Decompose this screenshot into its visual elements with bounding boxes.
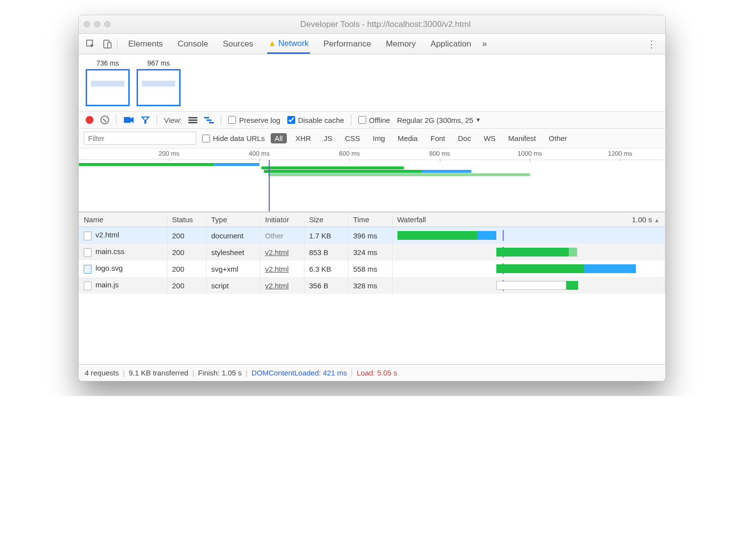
request-name: main.css: [95, 247, 124, 256]
request-status: 200: [167, 277, 206, 294]
separator: [221, 115, 221, 125]
tab-performance[interactable]: Performance: [323, 35, 372, 53]
throttle-select[interactable]: Regular 2G (300ms, 25 ▼: [397, 116, 481, 124]
type-filter-all[interactable]: All: [271, 133, 287, 143]
chevron-down-icon: ▼: [475, 117, 481, 123]
tab-memory[interactable]: Memory: [385, 35, 417, 53]
table-body-scroll[interactable]: v2.html200documentOther1.7 KB396 msmain.…: [79, 227, 665, 364]
waterfall-cell: [397, 280, 660, 291]
type-filter-doc[interactable]: Doc: [454, 133, 475, 143]
col-waterfall[interactable]: Waterfall 1.00 s ▲: [392, 212, 665, 227]
svg-rect-6: [188, 122, 197, 123]
col-type[interactable]: Type: [206, 212, 260, 227]
separator: [351, 115, 351, 125]
filmstrip-frame[interactable]: 967 ms: [137, 59, 181, 106]
type-filter-xhr[interactable]: XHR: [292, 133, 315, 143]
window-controls[interactable]: [84, 21, 111, 27]
request-type: stylesheet: [206, 244, 260, 260]
type-filter-js[interactable]: JS: [320, 133, 336, 143]
col-name[interactable]: Name: [79, 212, 167, 227]
min-dot[interactable]: [94, 21, 100, 27]
file-icon: [84, 281, 92, 290]
tab-console[interactable]: Console: [177, 35, 209, 53]
request-size: 6.3 KB: [304, 260, 348, 277]
offline-checkbox[interactable]: Offline: [358, 116, 390, 124]
filter-bar: Hide data URLs AllXHRJSCSSImgMediaFontDo…: [79, 129, 665, 148]
overview-bar: [214, 163, 259, 166]
record-button[interactable]: [86, 116, 93, 124]
request-status: 200: [167, 244, 206, 260]
hide-data-urls-input[interactable]: [202, 135, 210, 142]
disable-cache-checkbox[interactable]: Disable cache: [287, 116, 344, 124]
dcl-marker: [269, 160, 270, 211]
request-name: main.js: [95, 280, 119, 289]
warning-icon: ▲: [268, 39, 277, 48]
type-filter-media[interactable]: Media: [394, 133, 422, 143]
waterfall-view-icon[interactable]: [204, 117, 214, 123]
col-status[interactable]: Status: [167, 212, 206, 227]
filter-icon[interactable]: [141, 116, 150, 124]
request-size: 853 B: [304, 244, 348, 260]
col-size[interactable]: Size: [304, 212, 348, 227]
type-filter-font[interactable]: Font: [426, 133, 449, 143]
tick: 400 ms: [249, 150, 270, 157]
tab-sources[interactable]: Sources: [222, 35, 254, 53]
footer-dcl: DOMContentLoaded: 421 ms: [252, 369, 347, 377]
screenshot-icon[interactable]: [123, 116, 134, 124]
tab-application[interactable]: Application: [430, 35, 472, 53]
request-name: v2.html: [95, 231, 119, 239]
devtools-window: Developer Tools - http://localhost:3000/…: [78, 15, 666, 381]
footer-load: Load: 5.05 s: [357, 369, 397, 377]
col-time[interactable]: Time: [348, 212, 392, 227]
more-tabs-icon[interactable]: »: [482, 39, 487, 49]
filmstrip-frame[interactable]: 736 ms: [86, 59, 130, 106]
large-rows-icon[interactable]: [188, 117, 197, 123]
col-initiator[interactable]: Initiator: [260, 212, 304, 227]
disable-cache-input[interactable]: [287, 116, 295, 124]
wf-download-bar: [569, 248, 577, 257]
footer-finish: Finish: 1.05 s: [198, 369, 242, 377]
overview-bar: [264, 170, 422, 173]
offline-input[interactable]: [358, 116, 366, 124]
preserve-log-checkbox[interactable]: Preserve log: [228, 116, 280, 124]
overview-bars: [79, 163, 665, 178]
type-filters: AllXHRJSCSSImgMediaFontDocWSManifestOthe…: [271, 133, 571, 143]
clear-button[interactable]: [100, 116, 109, 124]
request-initiator[interactable]: v2.html: [265, 281, 289, 290]
type-filter-other[interactable]: Other: [545, 133, 571, 143]
max-dot[interactable]: [104, 21, 111, 27]
type-filter-manifest[interactable]: Manifest: [504, 133, 540, 143]
file-icon: [84, 265, 92, 274]
table-row[interactable]: main.js200scriptv2.html356 B328 ms: [79, 277, 665, 294]
timeline-overview[interactable]: 200 ms400 ms600 ms800 ms1000 ms1200 ms: [79, 148, 665, 212]
request-time: 558 ms: [348, 260, 392, 277]
type-filter-css[interactable]: CSS: [341, 133, 364, 143]
table-row[interactable]: v2.html200documentOther1.7 KB396 ms: [79, 227, 665, 244]
wf-wait-bar: [496, 264, 584, 273]
file-icon: [84, 248, 92, 257]
filter-input[interactable]: [84, 132, 196, 145]
request-initiator[interactable]: v2.html: [265, 248, 289, 257]
window-title: Developer Tools - http://localhost:3000/…: [111, 20, 660, 29]
frame-thumb: [86, 69, 130, 106]
tick: 800 ms: [429, 150, 450, 157]
wf-wait-bar: [496, 248, 569, 257]
table-row[interactable]: main.css200stylesheetv2.html853 B324 ms: [79, 244, 665, 260]
preserve-log-input[interactable]: [228, 116, 236, 124]
close-dot[interactable]: [84, 21, 90, 27]
device-toggle-icon[interactable]: [100, 37, 114, 51]
type-filter-img[interactable]: Img: [369, 133, 389, 143]
tick: 600 ms: [339, 150, 360, 157]
tick: 1200 ms: [608, 150, 632, 157]
hide-data-urls-checkbox[interactable]: Hide data URLs: [202, 134, 265, 142]
svg-rect-5: [188, 119, 197, 121]
table-row[interactable]: logo.svg200svg+xmlv2.html6.3 KB558 ms: [79, 260, 665, 277]
tab-network[interactable]: ▲Network: [267, 35, 310, 54]
tab-elements[interactable]: Elements: [127, 35, 164, 53]
kebab-menu-icon[interactable]: ⋮: [643, 38, 660, 50]
tick: 1000 ms: [518, 150, 542, 157]
request-initiator[interactable]: v2.html: [265, 265, 289, 273]
type-filter-ws[interactable]: WS: [480, 133, 499, 143]
request-type: script: [206, 277, 260, 294]
inspect-icon[interactable]: [84, 37, 97, 51]
